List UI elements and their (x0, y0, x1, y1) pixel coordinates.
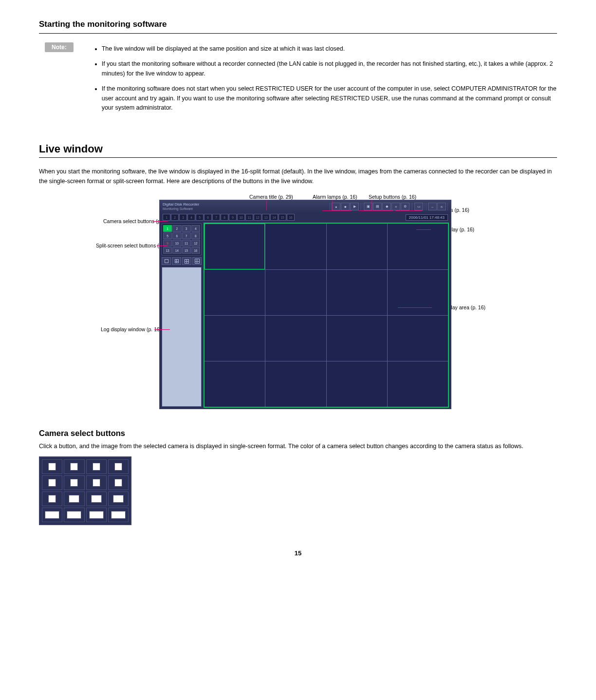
alarm-lamp-row: 1 2 3 4 5 6 7 8 9 10 11 12 13 14 15 16 2… (160, 213, 451, 222)
cs-cell-16 (108, 508, 129, 522)
app-title-line1: Digital Disk Recorder (163, 202, 199, 207)
image-cell-6[interactable] (265, 270, 326, 315)
alarm-lamp-5: 5 (196, 214, 204, 221)
note-item-2: If the monitoring software does not star… (102, 84, 557, 113)
image-cell-5[interactable] (205, 270, 265, 315)
camera-select-title: Camera select buttons (39, 429, 557, 438)
callout-camera-title: Camera title (p. 29) (249, 194, 293, 200)
image-cell-4[interactable] (388, 224, 448, 269)
live-window-intro: When you start the monitoring software, … (39, 167, 557, 186)
alarm-lamp-7: 7 (212, 214, 220, 221)
tb-btn-8[interactable]: ⚙ (401, 203, 410, 210)
callout-setup-buttons: Setup buttons (p. 16) (369, 194, 416, 200)
split-9-icon (185, 259, 189, 264)
page-number: 15 (39, 549, 557, 557)
gear-icon: ⚙ (404, 205, 407, 208)
split-1-icon (165, 259, 168, 263)
alarm-lamp-2: 2 (171, 214, 179, 221)
camera-select-10[interactable]: 10 (172, 240, 181, 246)
camera-select-13[interactable]: 13 (163, 247, 172, 254)
cs-cell-9 (42, 492, 62, 506)
alarm-lamp-13: 13 (262, 214, 270, 221)
split-16-button[interactable] (192, 257, 202, 265)
cs-cell-7 (86, 475, 107, 490)
cs-cell-15 (86, 508, 107, 522)
cs-cell-11 (86, 492, 107, 506)
tb-btn-3[interactable]: ▶ (350, 203, 359, 210)
camera-select-16[interactable]: 16 (191, 247, 200, 254)
cs-cell-4 (108, 459, 129, 474)
camera-select-5[interactable]: 5 (163, 232, 172, 239)
alarm-lamp-11: 11 (245, 214, 253, 221)
tb-btn-6[interactable]: ◆ (382, 203, 391, 210)
exit-icon: ⎋ (441, 205, 443, 208)
cs-cell-6 (64, 475, 84, 490)
note-item-0: The live window will be displayed at the… (102, 44, 557, 54)
camera-select-4[interactable]: 4 (191, 225, 200, 232)
tb-btn-1[interactable]: ● (332, 203, 340, 210)
tb-btn-7[interactable]: ≡ (391, 203, 400, 210)
camera-select-12[interactable]: 12 (191, 240, 200, 246)
cs-cell-3 (86, 459, 107, 474)
camera-select-14[interactable]: 14 (172, 247, 181, 254)
alarm-lamp-1: 1 (163, 214, 170, 221)
alarm-lamp-3: 3 (179, 214, 187, 221)
dvr-app-window: Digital Disk Recorder Monitoring Softwar… (159, 200, 451, 409)
image-cell-1[interactable] (205, 224, 265, 269)
image-cell-2[interactable] (265, 224, 326, 269)
alarm-lamp-4: 4 (187, 214, 195, 221)
clock-display: 2006/11/01 17:48:43 (406, 214, 448, 221)
play-icon: ▶ (354, 205, 356, 208)
image-cell-13[interactable] (205, 361, 265, 407)
cs-cell-5 (42, 475, 62, 490)
cs-cell-8 (108, 475, 129, 490)
alarm-lamp-9: 9 (229, 214, 237, 221)
tb-btn-2[interactable]: ■ (341, 203, 350, 210)
alarm-lamp-16: 16 (287, 214, 295, 221)
heading-rule (39, 33, 557, 34)
app-header: Digital Disk Recorder Monitoring Softwar… (160, 200, 451, 213)
tb-btn-11[interactable]: ⎋ (437, 203, 446, 210)
image-cell-16[interactable] (388, 361, 448, 407)
cs-cell-13 (42, 508, 62, 522)
tb-btn-5[interactable]: ▤ (373, 203, 382, 210)
list-icon: ≡ (395, 205, 397, 208)
split-16-icon (195, 259, 200, 264)
live-window-title: Live window (39, 143, 557, 155)
image-cell-9[interactable] (205, 316, 265, 361)
start-sw-heading: Starting the monitoring software (39, 19, 167, 29)
snap-icon: ◆ (386, 205, 388, 208)
stop-icon: ■ (344, 205, 346, 208)
image-cell-14[interactable] (265, 361, 326, 407)
note-list: The live window will be displayed at the… (102, 44, 557, 113)
alarm-lamp-15: 15 (279, 214, 286, 221)
camera-select-6[interactable]: 6 (172, 232, 181, 239)
app-title-line2: Monitoring Software (163, 207, 330, 211)
cs-cell-12 (108, 492, 129, 506)
image-cell-3[interactable] (327, 224, 387, 269)
toolbar: ● ■ ▶ ▣ ▤ ◆ ≡ ⚙ ▭ – (330, 203, 448, 210)
camera-select-15[interactable]: 15 (182, 247, 191, 254)
split-4-button[interactable] (172, 257, 181, 265)
split-9-button[interactable] (182, 257, 191, 265)
image-display-area[interactable] (204, 223, 449, 408)
tb-btn-9[interactable]: ▭ (414, 203, 423, 210)
camera-select-1[interactable]: 1 (163, 225, 172, 232)
camera-select-7[interactable]: 7 (182, 232, 191, 239)
camera-select-8[interactable]: 8 (191, 232, 200, 239)
camera-select-figure (39, 456, 131, 525)
log-display-window (162, 267, 202, 407)
camera-select-2[interactable]: 2 (172, 225, 181, 232)
image-cell-12[interactable] (388, 316, 448, 361)
image-cell-7[interactable] (327, 270, 387, 315)
folder-icon: ▤ (376, 205, 379, 208)
camera-select-3[interactable]: 3 (182, 225, 191, 232)
minimize-icon: – (431, 205, 433, 208)
image-cell-10[interactable] (265, 316, 326, 361)
camera-select-11[interactable]: 11 (182, 240, 191, 246)
split-1-button[interactable] (162, 257, 171, 265)
image-cell-8[interactable] (388, 270, 448, 315)
image-cell-15[interactable] (327, 361, 387, 407)
image-cell-11[interactable] (327, 316, 387, 361)
tb-btn-10[interactable]: – (428, 203, 437, 210)
